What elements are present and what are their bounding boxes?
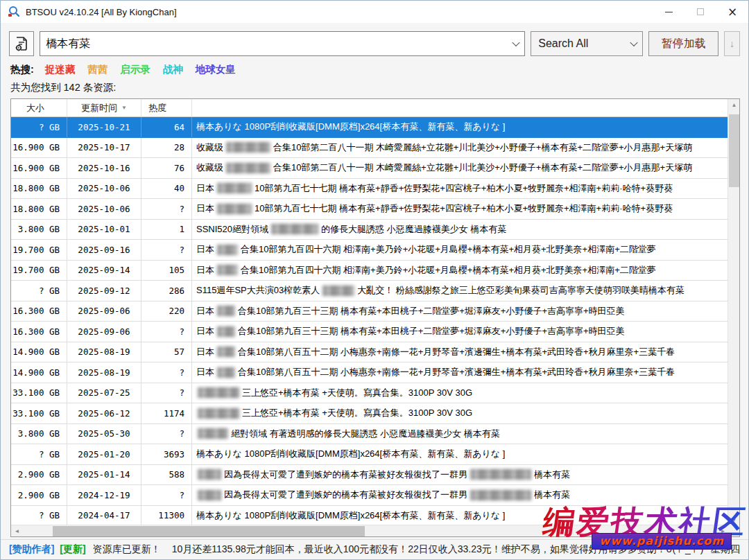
title-text: 三上悠亞+橋本有菜 +天使萌。寫真合集。3100P 30V 30G xyxy=(242,387,472,399)
table-row[interactable]: 14.900 GB2025-08-1957日本合集10部第八百五十二期 小梅惠奈… xyxy=(11,342,728,363)
table-row[interactable]: 16.900 GB2025-10-1728收藏级合集10部第二百八十一期 木崎愛… xyxy=(11,138,728,159)
title-cell: SSNI520絕對領域 的修長大腿誘惑 小惡魔過膝襪美少女 橋本有菜 xyxy=(192,220,728,240)
hot-search-label: 热搜: xyxy=(10,63,34,76)
heat-cell: 286 xyxy=(141,281,192,301)
date-cell: 2025-09-12 xyxy=(67,281,141,301)
horizontal-scroll-thumb[interactable] xyxy=(53,526,365,536)
table-row[interactable]: 16.300 GB2025-09-06?日本合集10部第九百三十三期 橋本有菜+… xyxy=(11,322,728,342)
table-row[interactable]: 2.900 GB2024-12-19? 因為長得太可愛了遭到嫉妒的橋本有菜被好友… xyxy=(11,485,728,506)
title-text: 橋本ありな 1080P刮削收藏版[DMM原档]x264[桥本有菜、新有菜、新あり… xyxy=(196,509,505,522)
table-row[interactable]: 2.900 GB2025-01-14588 因為長得太可愛了遭到嫉妒的橋本有菜被… xyxy=(11,465,728,486)
title-text: 橋本ありな 1080P刮削收藏版[DMM原档]x264[桥本有菜、新有菜、新あり… xyxy=(196,121,505,133)
title-text: 日本 xyxy=(196,264,214,277)
update-link[interactable]: [更新] xyxy=(60,543,85,556)
table-row[interactable]: 16.300 GB2025-09-06220日本合集10部第九百三十三期 橋本有… xyxy=(11,301,728,322)
censored-blur xyxy=(198,469,221,480)
date-cell: 2025-01-14 xyxy=(67,465,141,485)
hot-search-link-3[interactable]: 战神 xyxy=(163,63,183,76)
date-cell: 2025-09-06 xyxy=(67,301,141,322)
table-row[interactable]: 33.100 GB2025-06-121174 三上悠亞+橋本有菜 +天使萌。寫… xyxy=(11,403,728,424)
table-body: ? GB2025-10-2164橋本ありな 1080P刮削收藏版[DMM原档]x… xyxy=(11,117,739,526)
header-title[interactable] xyxy=(192,99,728,116)
hot-search-link-0[interactable]: 捉迷藏 xyxy=(45,63,76,76)
table-row[interactable]: 3.800 GB2025-05-30?絕對領域 有著透明感的修長大腿誘惑 小惡魔… xyxy=(11,424,728,445)
search-scope-select[interactable]: Search All xyxy=(531,31,643,56)
table-row[interactable]: 33.100 GB2025-07-25? 三上悠亞+橋本有菜 +天使萌。寫真合集… xyxy=(11,383,728,404)
maximize-button[interactable] xyxy=(685,1,716,23)
censored-blur xyxy=(470,490,531,500)
close-button[interactable]: × xyxy=(716,1,748,23)
minimize-button[interactable] xyxy=(653,1,685,23)
table-row[interactable]: ? GB2024-04-1711300橋本ありな 1080P刮削收藏版[DMM原… xyxy=(11,506,728,527)
table-row[interactable]: ? GB2025-09-12286S115週年SP大共演03榨乾素人大亂交！ 粉… xyxy=(11,281,728,301)
vertical-scrollbar[interactable]: ▲ ▼ xyxy=(728,99,739,526)
title-text: 10部第九百七十七期 橋本有菜+靜香+佐野梨花+四宮桃子+柏木小夏+牧野麗奈+相… xyxy=(255,202,673,215)
date-cell: 2025-10-06 xyxy=(67,179,141,199)
scroll-left-icon[interactable]: ◄ xyxy=(11,525,23,537)
heat-cell: 588 xyxy=(141,465,192,485)
censored-blur xyxy=(217,326,235,337)
pause-load-button[interactable]: 暂停加载 xyxy=(648,31,718,56)
size-cell: ? GB xyxy=(11,444,67,464)
horizontal-scrollbar[interactable]: ◄ ► xyxy=(11,525,729,536)
title-text: 日本 xyxy=(196,366,214,378)
title-cell: 收藏级合集10部第二百八十一期 木崎愛麗絲+立花雛+川北美沙+小野優子+橋本有菜… xyxy=(192,158,728,178)
minimize-icon xyxy=(665,12,673,12)
hot-search-links: 捉迷藏茜茜启示录战神地球女皇 xyxy=(45,63,236,76)
settings-button[interactable] xyxy=(9,31,34,56)
table-row[interactable]: 19.700 GB2025-09-14105日本合集10部第九百四十六期 相澤南… xyxy=(11,261,728,281)
header-size[interactable]: 大小 xyxy=(11,99,67,116)
title-text: 日本 xyxy=(196,202,214,215)
date-cell: 2024-12-19 xyxy=(67,485,141,505)
app-window: BTSOU v24.10.24 [All By KiongChan] × xyxy=(0,0,749,560)
date-cell: 2025-05-30 xyxy=(67,424,141,444)
heat-cell: 3693 xyxy=(141,444,192,464)
title-text: 合集10部第九百三十三期 橋本有菜+本田桃子+二階堂夢+堀澤麻友+小野優子+吉高… xyxy=(238,325,625,338)
table-row[interactable]: 18.800 GB2025-10-06?日本10部第九百七十七期 橋本有菜+靜香… xyxy=(11,199,728,220)
censored-blur xyxy=(226,142,270,152)
size-cell: 18.800 GB xyxy=(11,199,67,219)
title-text: 合集10部第九百四十六期 相澤南+美乃鈴+小花暖+月島櫻+橋本有菜+相月葵+北野… xyxy=(241,264,656,277)
heat-cell: ? xyxy=(141,240,192,260)
sponsor-link[interactable]: [赞助作者] xyxy=(9,543,54,556)
table-row[interactable]: ? GB2025-01-203693橋本ありな 1080P刮削收藏版[DMM原档… xyxy=(11,444,728,465)
chevron-down-icon xyxy=(630,39,638,46)
title-text: 日本 xyxy=(196,182,214,195)
table-row[interactable]: 16.900 GB2025-10-1676收藏级合集10部第二百八十一期 木崎愛… xyxy=(11,158,728,179)
table-row[interactable]: 18.800 GB2025-10-0640日本10部第九百七十七期 橋本有菜+靜… xyxy=(11,179,728,200)
date-cell: 2025-08-19 xyxy=(67,342,141,362)
hot-search-row: 热搜: 捉迷藏茜茜启示录战神地球女皇 xyxy=(1,59,748,78)
hot-search-link-2[interactable]: 启示录 xyxy=(120,63,150,76)
title-text: 橋本ありな 1080P刮削收藏版[DMM原档]x264[桥本有菜、新有菜、新あり… xyxy=(196,448,505,460)
title-text: 合集10部第二百八十一期 木崎愛麗絲+立花雛+川北美沙+小野優子+橋本有菜+二階… xyxy=(273,141,692,154)
table-row[interactable]: 19.700 GB2025-09-16?日本合集10部第九百四十六期 相澤南+美… xyxy=(11,240,728,261)
size-cell: 19.700 GB xyxy=(11,240,67,260)
header-heat[interactable]: 热度 xyxy=(141,99,192,116)
scroll-up-icon[interactable]: ▲ xyxy=(728,99,740,111)
header-date[interactable]: 更新时间 ▼ xyxy=(67,99,141,116)
heat-cell: 40 xyxy=(141,179,192,199)
title-text: 橋本有菜 xyxy=(534,469,570,481)
size-cell: 14.900 GB xyxy=(11,342,67,362)
title-text: 絕對領域 有著透明感的修長大腿誘惑 小惡魔過膝襪美少女 橋本有菜 xyxy=(231,428,500,440)
table-row[interactable]: 14.900 GB2025-08-19?日本合集10部第八百五十二期 小梅惠奈+… xyxy=(11,362,728,383)
search-input[interactable] xyxy=(40,32,524,55)
size-cell: 16.900 GB xyxy=(11,158,67,178)
table-row[interactable]: ? GB2025-10-2164橋本ありな 1080P刮削收藏版[DMM原档]x… xyxy=(11,117,728,138)
results-table: 大小 更新时间 ▼ 热度 ? GB2025-10-2164橋本ありな 1080P… xyxy=(10,98,740,537)
table-row[interactable]: 3.800 GB2025-10-011SSNI520絕對領域 的修長大腿誘惑 小… xyxy=(11,220,728,240)
title-text: 收藏级 xyxy=(196,141,223,154)
title-cell: 日本10部第九百七十七期 橋本有菜+靜香+佐野梨花+四宮桃子+柏木小夏+牧野麗奈… xyxy=(192,179,728,199)
size-cell: 19.700 GB xyxy=(11,261,67,281)
hot-search-link-1[interactable]: 茜茜 xyxy=(87,63,107,76)
title-text: 橋本有菜 xyxy=(534,489,570,501)
title-text: 的修長大腿誘惑 小惡魔過膝襪美少女 橋本有菜 xyxy=(321,223,506,236)
download-arrow-button[interactable]: ↓ xyxy=(724,31,740,56)
censored-blur xyxy=(271,224,318,234)
title-text: 三上悠亞+橋本有菜 +天使萌。寫真合集。3100P 30V 30G xyxy=(242,407,472,419)
title-cell: 日本合集10部第九百四十六期 相澤南+美乃鈴+小花暖+月島櫻+橋本有菜+相月葵+… xyxy=(192,240,728,260)
title-text: 合集10部第八百五十二期 小梅惠奈+南條一花+月野琴音+濱邊彌生+橋本有菜+武田… xyxy=(238,346,675,358)
heat-cell: 11300 xyxy=(141,506,192,526)
hot-search-link-4[interactable]: 地球女皇 xyxy=(196,63,236,76)
vertical-scroll-thumb[interactable] xyxy=(729,114,739,187)
